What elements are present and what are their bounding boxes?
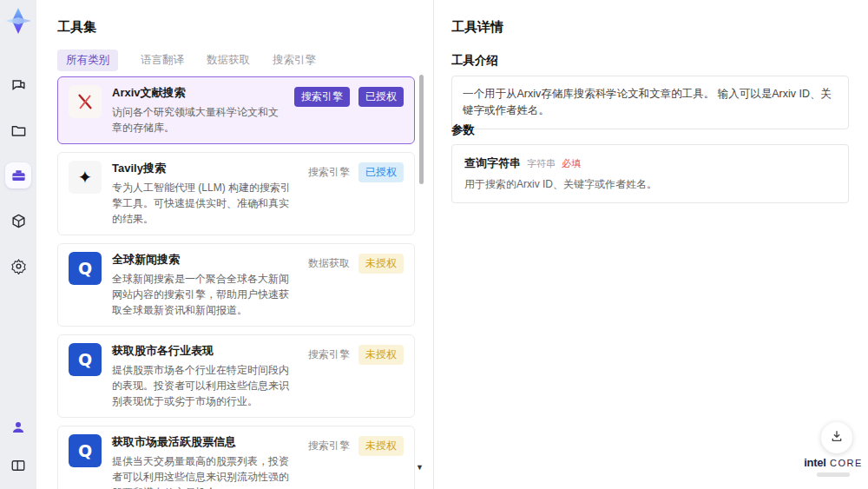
tool-name: 获取市场最活跃股票信息 xyxy=(112,434,298,450)
panel-icon xyxy=(10,458,26,473)
download-button[interactable] xyxy=(821,422,852,453)
brand-core-text: CORE xyxy=(830,458,863,468)
param-desc: 用于搜索的Arxiv ID、关键字或作者姓名。 xyxy=(464,177,836,192)
nav-models-button[interactable] xyxy=(5,208,31,234)
auth-badge: 已授权 xyxy=(358,87,404,107)
brand-underline-bar xyxy=(817,472,850,477)
tool-desc: 访问各个研究领域大量科学论文和文章的存储库。 xyxy=(112,104,284,135)
toolset-panel: 工具集 所有类别 语言翻译 数据获取 搜索引擎 Arxiv文献搜索 访问各个研究… xyxy=(36,0,433,489)
intel-core-logo: intel CORE xyxy=(802,454,865,477)
param-type: 字符串 xyxy=(527,157,556,170)
category-label: 搜索引擎 xyxy=(308,347,350,362)
gear-icon xyxy=(10,258,27,274)
tool-list: Arxiv文献搜索 访问各个研究领域大量科学论文和文章的存储库。 搜索引擎 已授… xyxy=(57,76,415,489)
nav-chat-button[interactable] xyxy=(5,72,31,98)
intro-text-box: 一个用于从Arxiv存储库搜索科学论文和文章的工具。 输入可以是Arxiv ID… xyxy=(451,76,849,129)
tool-card-arxiv[interactable]: Arxiv文献搜索 访问各个研究领域大量科学论文和文章的存储库。 搜索引擎 已授… xyxy=(57,76,415,144)
app-logo-icon xyxy=(3,6,33,36)
intro-heading: 工具介绍 xyxy=(451,53,498,69)
user-icon xyxy=(10,420,26,435)
param-required-flag: 必填 xyxy=(562,157,581,170)
auth-badge: 未授权 xyxy=(358,345,404,365)
list-scrollbar-thumb[interactable] xyxy=(419,75,424,184)
param-card: 查询字符串 字符串 必填 用于搜索的Arxiv ID、关键字或作者姓名。 xyxy=(451,144,849,203)
q-news-icon: Q xyxy=(69,343,102,376)
tool-name: Arxiv文献搜索 xyxy=(112,85,284,101)
tool-desc: 专为人工智能代理 (LLM) 构建的搜索引擎工具。可快速提供实时、准确和真实的结… xyxy=(112,180,298,227)
tool-desc: 提供股票市场各个行业在特定时间段内的表现。投资者可以利用这些信息来识别表现优于或… xyxy=(112,362,298,409)
category-label: 搜索引擎 xyxy=(308,439,350,453)
category-label: 搜索引擎 xyxy=(308,165,350,180)
nav-toolbox-button[interactable] xyxy=(5,162,31,188)
tool-card-sector-performance[interactable]: Q 获取股市各行业表现 提供股票市场各个行业在特定时间段内的表现。投资者可以利用… xyxy=(57,334,415,418)
tool-detail-panel: 工具详情 工具介绍 一个用于从Arxiv存储库搜索科学论文和文章的工具。 输入可… xyxy=(434,0,868,489)
params-heading: 参数 xyxy=(451,122,475,138)
folder-icon xyxy=(10,122,27,139)
tool-desc: 全球新闻搜索是一个聚合全球各大新闻网站内容的搜索引擎，帮助用户快速获取全球最新资… xyxy=(112,271,298,318)
tab-data-acquisition[interactable]: 数据获取 xyxy=(207,50,250,71)
tab-language-translation[interactable]: 语言翻译 xyxy=(141,50,184,71)
tool-desc: 提供当天交易量最高的股票列表，投资者可以利用这些信息来识别流动性强的股票和潜在的… xyxy=(112,453,298,489)
nav-files-button[interactable] xyxy=(5,117,31,143)
collapse-panel-button[interactable] xyxy=(5,453,31,479)
download-icon xyxy=(830,429,844,446)
tab-all-categories[interactable]: 所有类别 xyxy=(57,50,118,71)
category-badge: 搜索引擎 xyxy=(294,87,350,107)
tool-card-tavily[interactable]: ✦ Tavily搜索 专为人工智能代理 (LLM) 构建的搜索引擎工具。可快速提… xyxy=(57,152,415,235)
category-tabs: 所有类别 语言翻译 数据获取 搜索引擎 xyxy=(57,50,316,71)
auth-badge: 未授权 xyxy=(358,436,404,456)
category-label: 数据获取 xyxy=(308,256,350,271)
star-icon: ✦ xyxy=(69,161,102,194)
tool-card-active-stocks[interactable]: Q 获取市场最活跃股票信息 提供当天交易量最高的股票列表，投资者可以利用这些信息… xyxy=(57,426,415,489)
nav-settings-button[interactable] xyxy=(5,253,31,279)
tab-search-engine[interactable]: 搜索引擎 xyxy=(273,50,316,71)
left-rail xyxy=(0,0,36,489)
toolbox-icon xyxy=(10,168,27,184)
q-news-icon: Q xyxy=(69,252,102,285)
auth-badge: 未授权 xyxy=(358,254,404,274)
param-name: 查询字符串 xyxy=(464,155,521,171)
cube-icon xyxy=(10,213,27,229)
chat-icon xyxy=(10,77,27,94)
q-news-icon: Q xyxy=(69,434,102,467)
tool-name: Tavily搜索 xyxy=(112,161,298,176)
user-profile-button[interactable] xyxy=(5,414,31,440)
scroll-down-arrow-icon[interactable]: ▼ xyxy=(416,463,424,472)
page-title: 工具集 xyxy=(57,19,96,36)
auth-badge: 已授权 xyxy=(358,162,404,182)
tool-name: 全球新闻搜索 xyxy=(112,252,298,268)
detail-title: 工具详情 xyxy=(451,19,503,36)
tool-name: 获取股市各行业表现 xyxy=(112,343,298,359)
brand-intel-text: intel xyxy=(804,456,825,469)
arxiv-icon xyxy=(69,85,102,118)
tool-card-global-news[interactable]: Q 全球新闻搜索 全球新闻搜索是一个聚合全球各大新闻网站内容的搜索引擎，帮助用户… xyxy=(57,243,415,327)
